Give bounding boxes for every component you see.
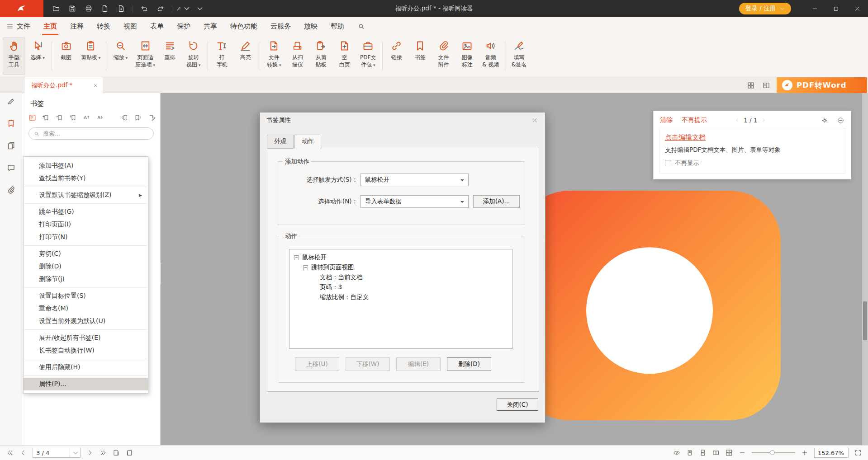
trigger-select[interactable]: 鼠标松开 <box>360 174 469 186</box>
next-view-icon[interactable] <box>126 449 133 456</box>
ribbon-tool-image-annotation[interactable]: 图像 标注 <box>456 38 479 75</box>
menu-item-share[interactable]: 共享 <box>204 17 217 35</box>
clear-link[interactable]: 清除 <box>660 116 673 124</box>
tab-close-icon[interactable] <box>93 83 98 88</box>
login-button[interactable]: 登录 / 注册 <box>739 3 791 14</box>
menu-item-protect[interactable]: 保护 <box>177 17 190 35</box>
ribbon-tool-typewriter[interactable]: 打 字机 <box>211 38 233 75</box>
menu-item-view[interactable]: 视图 <box>123 17 137 35</box>
menu-item-cloud[interactable]: 云服务 <box>270 17 291 35</box>
pdf-to-word-banner[interactable]: PDF转Word <box>777 77 867 93</box>
context-item-expand-collapse-all[interactable]: 展开/收起所有书签(E) <box>24 332 148 344</box>
next-page-icon[interactable] <box>86 449 94 456</box>
settings-gear-icon[interactable] <box>821 117 829 124</box>
font-increase-icon[interactable] <box>83 114 90 122</box>
font-decrease-icon[interactable] <box>96 114 104 122</box>
save-icon[interactable] <box>65 2 80 15</box>
bookmark-list-icon[interactable] <box>28 114 36 122</box>
doc-create-icon[interactable] <box>114 2 128 15</box>
toolbar-more-chevron-icon[interactable] <box>193 2 207 15</box>
continuous-page-icon[interactable] <box>699 449 707 456</box>
menu-item-home[interactable]: 主页 <box>43 17 57 35</box>
ribbon-tool-snapshot[interactable]: 截图 <box>55 38 77 75</box>
annotate-pencil-icon[interactable] <box>6 97 16 106</box>
scrollbar-thumb[interactable] <box>863 301 867 340</box>
context-item-add-bookmark[interactable]: 添加书签(A) <box>24 160 148 172</box>
bookmarks-panel-icon[interactable] <box>6 119 16 128</box>
ribbon-tool-fill-sign[interactable]: 填写 &签名 <box>508 38 531 75</box>
promote-bookmark-icon[interactable] <box>69 114 77 122</box>
ribbon-tool-reflow[interactable]: 重排 <box>159 38 181 75</box>
context-item-set-appearance-default[interactable]: 设置当前外观为默认(U) <box>24 315 148 328</box>
delete-action-button[interactable]: 删除(D) <box>447 357 491 371</box>
collapse-expander-icon[interactable] <box>303 265 308 270</box>
ribbon-tool-hand[interactable]: 手型 工具 <box>3 38 25 75</box>
menu-item-comment[interactable]: 注释 <box>70 17 84 35</box>
ribbon-tool-blank-page[interactable]: 空 白页 <box>333 38 356 75</box>
ribbon-tool-convert[interactable]: 文件 转换 <box>263 38 285 75</box>
ribbon-tool-rotate-view[interactable]: 旋转 视图 <box>182 38 205 75</box>
dialog-close-button[interactable] <box>525 113 545 127</box>
ribbon-tool-clipboard[interactable]: 剪贴板 <box>78 38 103 75</box>
context-item-set-destination[interactable]: 设置目标位置(S) <box>24 290 148 302</box>
collapse-minus-icon[interactable] <box>837 117 844 124</box>
tree-item-document[interactable]: 文档：当前文档 <box>291 272 510 282</box>
page-number-input[interactable] <box>36 450 68 456</box>
move-up-button[interactable]: 上移(U) <box>295 357 339 371</box>
tree-item-page-number[interactable]: 页码：3 <box>291 282 510 292</box>
bookmark-search-input[interactable] <box>43 130 149 137</box>
next-bookmark-icon[interactable] <box>134 114 142 122</box>
tree-item-zoom-ratio[interactable]: 缩放比例：自定义 <box>291 292 510 302</box>
zoom-in-icon[interactable] <box>801 449 808 456</box>
action-select[interactable]: 导入表单数据 <box>360 195 469 208</box>
pager-next-icon[interactable] <box>761 118 766 122</box>
pen-tool-icon[interactable] <box>176 2 191 15</box>
fullscreen-icon[interactable] <box>854 449 862 456</box>
page-dropdown-caret-icon[interactable] <box>70 448 79 457</box>
no-prompt-link[interactable]: 不再提示 <box>682 116 707 124</box>
last-page-icon[interactable] <box>100 449 107 456</box>
zoom-level-input[interactable] <box>818 450 845 456</box>
reading-mode-icon[interactable] <box>762 81 770 89</box>
vertical-scrollbar[interactable] <box>862 93 868 445</box>
context-item-wrap-long-bookmarks[interactable]: 长书签自动换行(W) <box>24 344 148 357</box>
move-down-button[interactable]: 下移(W) <box>346 357 390 371</box>
previous-view-icon[interactable] <box>113 449 120 456</box>
single-page-icon[interactable] <box>686 449 693 456</box>
context-item-hide-after-use[interactable]: 使用后隐藏(H) <box>24 361 148 374</box>
dialog-close-action-button[interactable]: 关闭(C) <box>497 399 538 411</box>
grid-view-icon[interactable] <box>747 81 755 89</box>
first-page-icon[interactable] <box>6 449 14 456</box>
previous-bookmark-icon[interactable] <box>121 114 128 122</box>
menu-item-convert[interactable]: 转换 <box>97 17 110 35</box>
context-item-cut[interactable]: 剪切(C) <box>24 248 148 260</box>
open-file-icon[interactable] <box>49 2 63 15</box>
tree-item-goto-page-view[interactable]: 跳转到页面视图 <box>291 263 510 272</box>
zoom-slider[interactable] <box>752 452 795 453</box>
pages-panel-icon[interactable] <box>6 141 16 150</box>
undo-icon[interactable] <box>137 2 152 15</box>
tree-item-trigger[interactable]: 鼠标松开 <box>291 253 510 263</box>
context-item-goto-bookmark[interactable]: 跳至书签(G) <box>24 206 148 218</box>
comments-panel-icon[interactable] <box>6 163 16 173</box>
ribbon-tool-highlight[interactable]: 高亮 <box>234 38 257 75</box>
doc-export-icon[interactable] <box>98 2 112 15</box>
menu-item-features[interactable]: 特色功能 <box>230 17 257 35</box>
tab-actions[interactable]: 动作 <box>294 135 321 149</box>
add-action-button[interactable]: 添加(A)... <box>473 195 520 208</box>
edit-document-link[interactable]: 点击编辑文档 <box>665 133 706 142</box>
ribbon-tool-bookmark[interactable]: 书签 <box>409 38 432 75</box>
maximize-button[interactable] <box>825 0 847 17</box>
zoom-slider-thumb[interactable] <box>770 450 775 455</box>
minimize-button[interactable] <box>804 0 825 17</box>
ribbon-tool-audio-video[interactable]: 音频 & 视频 <box>479 38 502 75</box>
context-item-print-section[interactable]: 打印节(N) <box>24 231 148 244</box>
ribbon-tool-select[interactable]: 选择 <box>26 38 49 75</box>
menu-item-present[interactable]: 放映 <box>304 17 318 35</box>
ribbon-tool-from-clipboard[interactable]: 从剪 贴板 <box>310 38 332 75</box>
context-item-set-default-zoom[interactable]: 设置默认书签缩放级别(Z) <box>24 189 148 202</box>
add-bookmark-icon[interactable] <box>42 114 50 122</box>
ribbon-tool-pdf-portfolio[interactable]: PDF文 件包 <box>357 38 379 75</box>
context-item-delete-section[interactable]: 删除节(j) <box>24 273 148 286</box>
redo-icon[interactable] <box>153 2 168 15</box>
